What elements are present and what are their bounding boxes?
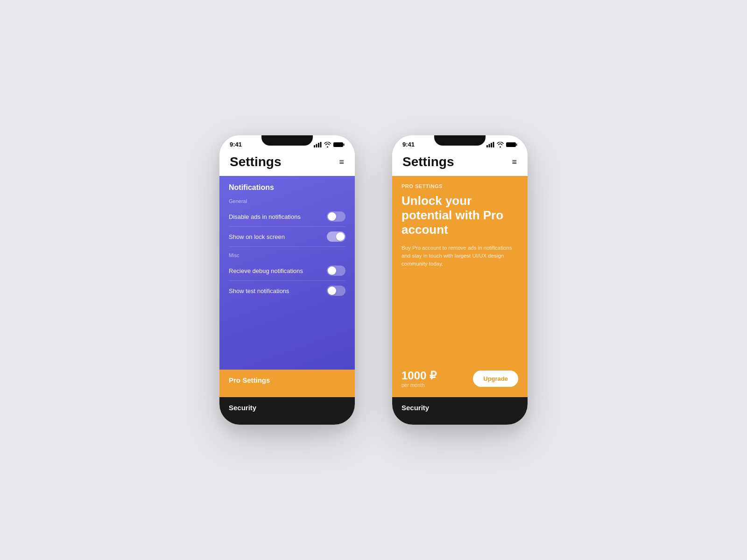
general-label: General xyxy=(229,198,345,204)
svg-rect-1 xyxy=(316,144,317,147)
misc-group: Misc Recieve debug notifications Show te… xyxy=(229,252,345,301)
settings-header-2: Settings ≡ xyxy=(392,150,528,176)
toggle-knob xyxy=(328,266,336,275)
status-time-2: 9:41 xyxy=(402,141,415,148)
pro-section-expanded: Pro Settings Unlock your potential with … xyxy=(392,176,528,397)
test-notifications-label: Show test notifications xyxy=(229,287,289,294)
hamburger-icon-1[interactable]: ≡ xyxy=(339,158,345,166)
svg-rect-9 xyxy=(493,142,494,147)
disable-ads-label: Disable ads in notifications xyxy=(229,213,301,220)
svg-rect-11 xyxy=(516,143,517,146)
settings-title-2: Settings xyxy=(402,154,454,169)
pro-footer: 1000 ₽ per month Upgrade xyxy=(402,369,518,388)
battery-icon-2 xyxy=(506,142,517,147)
security-title-2: Security xyxy=(402,404,518,412)
svg-rect-5 xyxy=(344,143,345,146)
signal-icon-2 xyxy=(486,142,494,147)
setting-row-lock-screen: Show on lock screen xyxy=(229,227,345,247)
price-block: 1000 ₽ per month xyxy=(402,369,437,388)
setting-row-debug: Recieve debug notifications xyxy=(229,261,345,281)
pro-description: Buy Pro account to remove ads in notific… xyxy=(402,244,518,268)
wifi-icon xyxy=(324,142,331,147)
status-time-1: 9:41 xyxy=(230,141,242,148)
lock-screen-toggle[interactable] xyxy=(327,231,345,242)
pro-title-1: Pro Settings xyxy=(229,376,345,384)
setting-row-disable-ads: Disable ads in notifications xyxy=(229,207,345,227)
signal-icon xyxy=(314,142,322,147)
settings-title-1: Settings xyxy=(230,154,281,169)
misc-label: Misc xyxy=(229,252,345,258)
pro-settings-badge: Pro Settings xyxy=(402,183,518,189)
lock-screen-label: Show on lock screen xyxy=(229,233,285,240)
wifi-icon-2 xyxy=(497,142,504,147)
security-title-1: Security xyxy=(229,404,345,412)
svg-rect-6 xyxy=(486,145,488,147)
phone-1: 9:41 Settings ≡ xyxy=(219,135,355,425)
hamburger-icon-2[interactable]: ≡ xyxy=(512,158,517,166)
disable-ads-toggle[interactable] xyxy=(327,211,345,222)
status-bar-1: 9:41 xyxy=(219,135,355,150)
notch-2 xyxy=(434,135,486,146)
status-icons-2 xyxy=(486,142,517,147)
svg-rect-3 xyxy=(320,142,322,147)
security-section-1[interactable]: Security xyxy=(219,397,355,425)
notifications-title: Notifications xyxy=(229,183,345,192)
test-notifications-toggle[interactable] xyxy=(327,286,345,296)
phone-2: 9:41 Settings ≡ Pro Settings Un xyxy=(392,135,528,425)
upgrade-button[interactable]: Upgrade xyxy=(473,371,518,387)
svg-rect-0 xyxy=(314,145,315,147)
status-bar-2: 9:41 xyxy=(392,135,528,150)
notifications-section: Notifications General Disable ads in not… xyxy=(219,176,355,370)
pro-section-1[interactable]: Pro Settings xyxy=(219,370,355,397)
svg-rect-7 xyxy=(489,144,490,147)
debug-label: Recieve debug notifications xyxy=(229,267,303,274)
price-amount: 1000 ₽ xyxy=(402,369,437,382)
settings-header-1: Settings ≡ xyxy=(219,150,355,176)
svg-rect-10 xyxy=(506,142,516,147)
toggle-knob xyxy=(328,212,336,221)
price-period: per month xyxy=(402,382,437,388)
pro-headline: Unlock your potential with Pro account xyxy=(402,194,518,238)
notch-1 xyxy=(261,135,313,146)
setting-row-test-notifications: Show test notifications xyxy=(229,281,345,301)
status-icons-1 xyxy=(314,142,345,147)
security-section-2[interactable]: Security xyxy=(392,397,528,425)
toggle-knob xyxy=(328,287,336,295)
battery-icon xyxy=(333,142,345,147)
debug-toggle[interactable] xyxy=(327,266,345,276)
svg-rect-4 xyxy=(333,142,343,147)
svg-rect-2 xyxy=(318,143,319,147)
toggle-knob xyxy=(336,232,345,241)
svg-rect-8 xyxy=(491,143,492,147)
